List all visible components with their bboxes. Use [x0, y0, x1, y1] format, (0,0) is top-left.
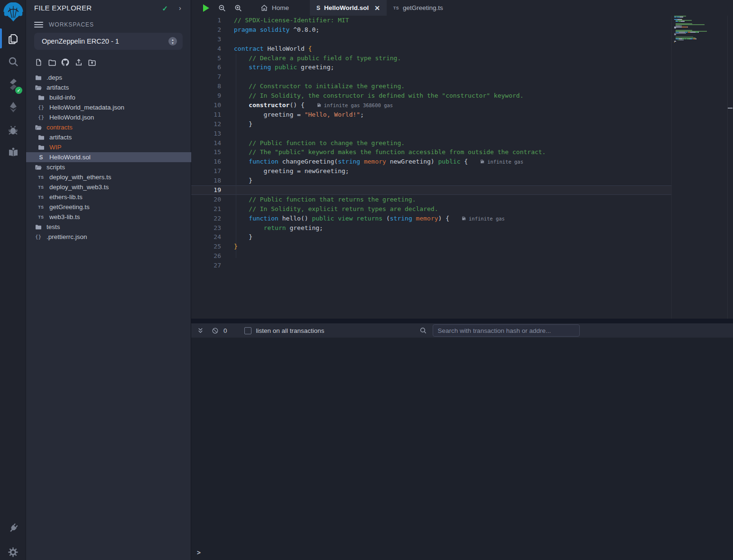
learneth-book-icon[interactable]	[0, 141, 26, 162]
folder-icon	[37, 144, 45, 151]
clear-ban-icon[interactable]	[212, 327, 219, 334]
workspace-select[interactable]: OpenZeppelin ERC20 - 1 ▲▼	[34, 33, 183, 50]
settings-gear-icon[interactable]	[0, 542, 26, 560]
terminal-search-input[interactable]	[433, 324, 580, 337]
code-line: // Public function to change the greetin…	[234, 138, 671, 148]
listen-label: listen on all transactions	[256, 327, 325, 334]
solidity-compiler-icon[interactable]: ✓	[0, 74, 26, 95]
line-number: 22	[191, 214, 221, 223]
tree-item-helloworld-sol[interactable]: SHelloWorld.sol	[26, 152, 191, 162]
debugger-icon[interactable]	[0, 119, 26, 140]
listen-checkbox[interactable]	[244, 327, 251, 334]
tree-item-label: build-info	[49, 94, 75, 101]
tree-item-helloworld-json[interactable]: {}HelloWorld.json	[26, 112, 191, 122]
activity-bar: ✓	[0, 0, 26, 560]
tab-helloworld-sol[interactable]: S HelloWorld.sol ✕	[310, 0, 387, 16]
tree-item-helloworld-metadata-json[interactable]: {}HelloWorld_metadata.json	[26, 102, 191, 112]
tree-item-contracts[interactable]: contracts	[26, 122, 191, 132]
tree-item-label: deploy_with_web3.ts	[49, 184, 109, 191]
line-number: 17	[191, 166, 221, 176]
line-number: 25	[191, 242, 221, 251]
upload-file-icon[interactable]	[74, 58, 83, 67]
tree-item-label: HelloWorld.json	[49, 114, 94, 121]
tree-item-label: contracts	[46, 124, 73, 131]
tree-item-wip[interactable]: WIP	[26, 142, 191, 152]
minimap[interactable]	[674, 16, 727, 45]
code-line: // Constructor to initialize the greetin…	[234, 82, 671, 91]
folder-open-icon	[34, 84, 42, 92]
plugin-manager-icon[interactable]	[0, 518, 26, 539]
github-clone-icon[interactable]	[61, 58, 70, 67]
typescript-file-icon: TS	[37, 195, 45, 200]
code-line: pragma solidity ^0.8.0;	[234, 25, 671, 35]
line-number: 7	[191, 72, 221, 82]
json-file-icon: {}	[37, 104, 45, 110]
tree-item-tests[interactable]: tests	[26, 222, 191, 232]
remix-logo-icon[interactable]	[0, 1, 26, 26]
tree-item-label: web3-lib.ts	[49, 213, 80, 220]
tree-item--prettierrc-json[interactable]: {}.prettierrc.json	[26, 232, 191, 242]
line-number: 19	[191, 185, 221, 195]
tree-item-web3-lib-ts[interactable]: TSweb3-lib.ts	[26, 212, 191, 222]
code-line: }	[234, 176, 671, 185]
tree-item-artifacts[interactable]: artifacts	[26, 132, 191, 142]
file-explorer-icon[interactable]	[0, 28, 26, 49]
zoom-in-icon[interactable]	[230, 0, 246, 16]
code-line	[234, 261, 671, 270]
code-line: greeting = "Hello, World!";	[234, 110, 671, 119]
workspaces-label: WORKSPACES	[49, 21, 94, 28]
tab-label: getGreeting.ts	[403, 4, 443, 11]
line-number: 1	[191, 16, 221, 25]
tree-item--deps[interactable]: .deps	[26, 73, 191, 83]
scrollbar-track[interactable]	[727, 16, 733, 319]
gas-estimate-annotation: infinite gas 368600 gas	[317, 102, 393, 108]
gas-estimate-annotation: infinite gas	[462, 216, 505, 221]
search-icon	[419, 327, 427, 334]
line-number: 5	[191, 54, 221, 63]
tree-item-ethers-lib-ts[interactable]: TSethers-lib.ts	[26, 192, 191, 202]
line-number: 24	[191, 232, 221, 242]
code-content: // SPDX-License-Identifier: MITpragma so…	[234, 16, 671, 270]
deploy-run-icon[interactable]	[0, 97, 26, 118]
line-number: 11	[191, 110, 221, 119]
typescript-file-icon: TS	[393, 6, 399, 10]
tree-item-label: WIP	[49, 144, 62, 151]
collapse-double-chevron-icon[interactable]	[197, 327, 204, 334]
terminal-output[interactable]: >	[191, 338, 733, 560]
line-number: 13	[191, 129, 221, 138]
code-line: string public greeting;	[234, 63, 671, 72]
search-icon[interactable]	[0, 51, 26, 72]
new-folder-icon[interactable]	[47, 58, 56, 67]
terminal-resize-handle[interactable]	[191, 319, 733, 323]
chevron-right-icon[interactable]: ›	[179, 4, 181, 12]
line-number: 15	[191, 147, 221, 157]
line-number: 27	[191, 261, 221, 270]
zoom-out-icon[interactable]	[214, 0, 230, 16]
typescript-file-icon: TS	[37, 215, 45, 220]
tree-item-deploy-with-ethers-ts[interactable]: TSdeploy_with_ethers.ts	[26, 172, 191, 182]
updown-arrows-icon: ▲▼	[168, 37, 177, 46]
close-icon[interactable]: ✕	[374, 4, 380, 12]
upload-folder-icon[interactable]	[87, 58, 96, 67]
code-line: // SPDX-License-Identifier: MIT	[234, 16, 671, 25]
tree-item-label: .prettierrc.json	[46, 233, 87, 240]
tab-getgreeting-ts[interactable]: TS getGreeting.ts	[387, 0, 450, 16]
code-line: constructor() {infinite gas 368600 gas	[234, 101, 671, 110]
tree-item-artifacts[interactable]: artifacts	[26, 83, 191, 92]
tree-item-deploy-with-web3-ts[interactable]: TSdeploy_with_web3.ts	[26, 182, 191, 192]
folder-icon	[37, 134, 45, 141]
code-line	[234, 72, 671, 82]
tab-home[interactable]: Home	[254, 0, 296, 16]
workspaces-menu-icon[interactable]	[34, 20, 43, 29]
line-number: 6	[191, 63, 221, 72]
code-line: // In Solidity, the constructor is defin…	[234, 91, 671, 101]
code-editor[interactable]: 1234567891011121314151617181920212223242…	[191, 16, 733, 319]
code-line: contract HelloWorld {	[234, 44, 671, 54]
tree-item-scripts[interactable]: scripts	[26, 162, 191, 172]
file-tree: .depsartifactsbuild-info{}HelloWorld_met…	[26, 73, 191, 242]
tree-item-build-info[interactable]: build-info	[26, 92, 191, 102]
new-file-icon[interactable]	[34, 58, 43, 67]
run-play-icon[interactable]	[198, 0, 214, 16]
gas-estimate-annotation: infinite gas	[480, 159, 523, 165]
tree-item-getgreeting-ts[interactable]: TSgetGreeting.ts	[26, 202, 191, 212]
